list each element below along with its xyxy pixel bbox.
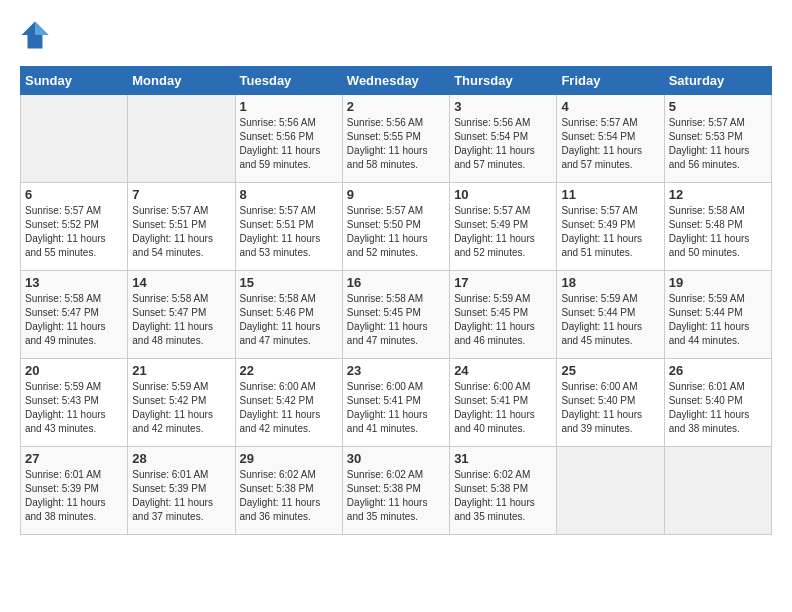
day-number: 9 (347, 187, 445, 202)
week-row-1: 1Sunrise: 5:56 AMSunset: 5:56 PMDaylight… (21, 95, 772, 183)
day-number: 14 (132, 275, 230, 290)
day-cell: 12Sunrise: 5:58 AMSunset: 5:48 PMDayligh… (664, 183, 771, 271)
day-cell: 6Sunrise: 5:57 AMSunset: 5:52 PMDaylight… (21, 183, 128, 271)
day-cell (128, 95, 235, 183)
page-header (20, 20, 772, 50)
col-header-sunday: Sunday (21, 67, 128, 95)
day-cell: 22Sunrise: 6:00 AMSunset: 5:42 PMDayligh… (235, 359, 342, 447)
day-cell: 24Sunrise: 6:00 AMSunset: 5:41 PMDayligh… (450, 359, 557, 447)
day-cell: 1Sunrise: 5:56 AMSunset: 5:56 PMDaylight… (235, 95, 342, 183)
day-number: 20 (25, 363, 123, 378)
day-cell: 20Sunrise: 5:59 AMSunset: 5:43 PMDayligh… (21, 359, 128, 447)
day-number: 15 (240, 275, 338, 290)
day-number: 6 (25, 187, 123, 202)
logo-icon (20, 20, 50, 50)
day-cell: 27Sunrise: 6:01 AMSunset: 5:39 PMDayligh… (21, 447, 128, 535)
day-number: 24 (454, 363, 552, 378)
day-number: 17 (454, 275, 552, 290)
day-cell: 31Sunrise: 6:02 AMSunset: 5:38 PMDayligh… (450, 447, 557, 535)
day-cell: 4Sunrise: 5:57 AMSunset: 5:54 PMDaylight… (557, 95, 664, 183)
day-info: Sunrise: 6:00 AMSunset: 5:41 PMDaylight:… (454, 380, 552, 436)
col-header-thursday: Thursday (450, 67, 557, 95)
day-info: Sunrise: 5:56 AMSunset: 5:55 PMDaylight:… (347, 116, 445, 172)
day-info: Sunrise: 5:58 AMSunset: 5:45 PMDaylight:… (347, 292, 445, 348)
day-info: Sunrise: 6:00 AMSunset: 5:42 PMDaylight:… (240, 380, 338, 436)
day-cell: 28Sunrise: 6:01 AMSunset: 5:39 PMDayligh… (128, 447, 235, 535)
day-number: 13 (25, 275, 123, 290)
day-number: 12 (669, 187, 767, 202)
day-info: Sunrise: 5:57 AMSunset: 5:51 PMDaylight:… (132, 204, 230, 260)
col-header-tuesday: Tuesday (235, 67, 342, 95)
day-info: Sunrise: 5:58 AMSunset: 5:48 PMDaylight:… (669, 204, 767, 260)
day-cell (21, 95, 128, 183)
week-row-3: 13Sunrise: 5:58 AMSunset: 5:47 PMDayligh… (21, 271, 772, 359)
day-info: Sunrise: 5:59 AMSunset: 5:45 PMDaylight:… (454, 292, 552, 348)
day-number: 30 (347, 451, 445, 466)
day-number: 10 (454, 187, 552, 202)
week-row-4: 20Sunrise: 5:59 AMSunset: 5:43 PMDayligh… (21, 359, 772, 447)
day-number: 5 (669, 99, 767, 114)
day-info: Sunrise: 5:57 AMSunset: 5:51 PMDaylight:… (240, 204, 338, 260)
day-cell: 5Sunrise: 5:57 AMSunset: 5:53 PMDaylight… (664, 95, 771, 183)
day-cell: 13Sunrise: 5:58 AMSunset: 5:47 PMDayligh… (21, 271, 128, 359)
day-cell: 21Sunrise: 5:59 AMSunset: 5:42 PMDayligh… (128, 359, 235, 447)
day-info: Sunrise: 6:02 AMSunset: 5:38 PMDaylight:… (347, 468, 445, 524)
day-cell: 16Sunrise: 5:58 AMSunset: 5:45 PMDayligh… (342, 271, 449, 359)
day-number: 31 (454, 451, 552, 466)
day-info: Sunrise: 5:57 AMSunset: 5:54 PMDaylight:… (561, 116, 659, 172)
day-info: Sunrise: 5:57 AMSunset: 5:49 PMDaylight:… (561, 204, 659, 260)
logo (20, 20, 54, 50)
day-cell: 14Sunrise: 5:58 AMSunset: 5:47 PMDayligh… (128, 271, 235, 359)
day-cell: 3Sunrise: 5:56 AMSunset: 5:54 PMDaylight… (450, 95, 557, 183)
day-cell: 23Sunrise: 6:00 AMSunset: 5:41 PMDayligh… (342, 359, 449, 447)
day-number: 25 (561, 363, 659, 378)
day-info: Sunrise: 5:56 AMSunset: 5:54 PMDaylight:… (454, 116, 552, 172)
day-cell: 18Sunrise: 5:59 AMSunset: 5:44 PMDayligh… (557, 271, 664, 359)
day-number: 21 (132, 363, 230, 378)
day-number: 2 (347, 99, 445, 114)
day-cell: 25Sunrise: 6:00 AMSunset: 5:40 PMDayligh… (557, 359, 664, 447)
col-header-friday: Friday (557, 67, 664, 95)
day-info: Sunrise: 5:59 AMSunset: 5:43 PMDaylight:… (25, 380, 123, 436)
day-info: Sunrise: 5:57 AMSunset: 5:52 PMDaylight:… (25, 204, 123, 260)
col-header-saturday: Saturday (664, 67, 771, 95)
day-number: 7 (132, 187, 230, 202)
day-info: Sunrise: 6:02 AMSunset: 5:38 PMDaylight:… (454, 468, 552, 524)
day-cell: 30Sunrise: 6:02 AMSunset: 5:38 PMDayligh… (342, 447, 449, 535)
day-number: 27 (25, 451, 123, 466)
day-info: Sunrise: 5:57 AMSunset: 5:53 PMDaylight:… (669, 116, 767, 172)
day-cell (664, 447, 771, 535)
header-row: SundayMondayTuesdayWednesdayThursdayFrid… (21, 67, 772, 95)
day-info: Sunrise: 6:01 AMSunset: 5:39 PMDaylight:… (132, 468, 230, 524)
day-info: Sunrise: 5:59 AMSunset: 5:44 PMDaylight:… (561, 292, 659, 348)
col-header-monday: Monday (128, 67, 235, 95)
day-number: 22 (240, 363, 338, 378)
day-cell: 15Sunrise: 5:58 AMSunset: 5:46 PMDayligh… (235, 271, 342, 359)
day-cell: 17Sunrise: 5:59 AMSunset: 5:45 PMDayligh… (450, 271, 557, 359)
day-info: Sunrise: 6:01 AMSunset: 5:40 PMDaylight:… (669, 380, 767, 436)
day-cell: 9Sunrise: 5:57 AMSunset: 5:50 PMDaylight… (342, 183, 449, 271)
week-row-5: 27Sunrise: 6:01 AMSunset: 5:39 PMDayligh… (21, 447, 772, 535)
day-number: 3 (454, 99, 552, 114)
day-cell: 11Sunrise: 5:57 AMSunset: 5:49 PMDayligh… (557, 183, 664, 271)
day-number: 26 (669, 363, 767, 378)
day-cell: 7Sunrise: 5:57 AMSunset: 5:51 PMDaylight… (128, 183, 235, 271)
day-cell: 8Sunrise: 5:57 AMSunset: 5:51 PMDaylight… (235, 183, 342, 271)
day-number: 19 (669, 275, 767, 290)
day-cell: 2Sunrise: 5:56 AMSunset: 5:55 PMDaylight… (342, 95, 449, 183)
day-number: 18 (561, 275, 659, 290)
day-number: 4 (561, 99, 659, 114)
day-cell: 19Sunrise: 5:59 AMSunset: 5:44 PMDayligh… (664, 271, 771, 359)
day-number: 1 (240, 99, 338, 114)
day-number: 23 (347, 363, 445, 378)
week-row-2: 6Sunrise: 5:57 AMSunset: 5:52 PMDaylight… (21, 183, 772, 271)
day-number: 11 (561, 187, 659, 202)
day-info: Sunrise: 6:02 AMSunset: 5:38 PMDaylight:… (240, 468, 338, 524)
day-cell: 10Sunrise: 5:57 AMSunset: 5:49 PMDayligh… (450, 183, 557, 271)
day-info: Sunrise: 5:59 AMSunset: 5:44 PMDaylight:… (669, 292, 767, 348)
day-cell: 29Sunrise: 6:02 AMSunset: 5:38 PMDayligh… (235, 447, 342, 535)
day-info: Sunrise: 6:00 AMSunset: 5:41 PMDaylight:… (347, 380, 445, 436)
day-info: Sunrise: 6:00 AMSunset: 5:40 PMDaylight:… (561, 380, 659, 436)
day-info: Sunrise: 5:57 AMSunset: 5:50 PMDaylight:… (347, 204, 445, 260)
svg-marker-1 (35, 22, 49, 36)
